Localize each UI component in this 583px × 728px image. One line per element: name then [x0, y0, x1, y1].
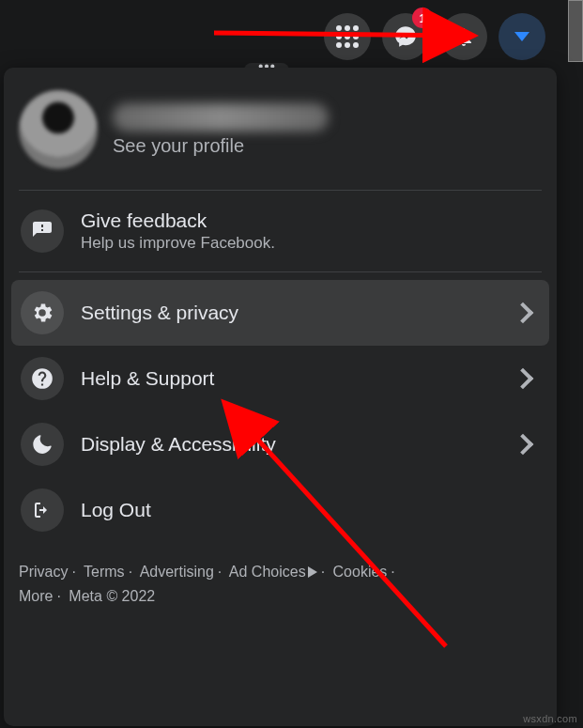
footer-ad-choices[interactable]: Ad Choices — [229, 564, 317, 580]
logout-label: Log Out — [81, 499, 540, 521]
logout-item[interactable]: Log Out — [11, 477, 549, 543]
see-profile-label: See your profile — [113, 135, 329, 157]
help-label: Help & Support — [81, 367, 499, 390]
footer-privacy[interactable]: Privacy — [19, 564, 68, 580]
feedback-subtitle: Help us improve Facebook. — [81, 234, 540, 253]
footer-advertising[interactable]: Advertising — [140, 564, 214, 580]
footer-more[interactable]: More — [19, 588, 53, 604]
chevron-right-icon — [513, 368, 534, 390]
footer-meta: Meta © 2022 — [69, 588, 155, 604]
notifications-button[interactable] — [440, 13, 487, 60]
give-feedback-item[interactable]: Give feedback Help us improve Facebook. — [11, 198, 549, 264]
feedback-icon — [21, 209, 64, 253]
help-icon — [21, 357, 64, 400]
account-dropdown-panel: See your profile Give feedback Help us i… — [4, 68, 557, 726]
chevron-right-icon — [513, 302, 534, 324]
top-nav: 1 — [324, 13, 545, 60]
settings-privacy-item[interactable]: Settings & privacy — [11, 280, 549, 346]
help-support-item[interactable]: Help & Support — [11, 346, 549, 411]
logout-icon — [21, 488, 64, 532]
chevron-right-icon — [513, 434, 534, 456]
adchoices-icon — [308, 566, 317, 578]
profile-name-redacted — [113, 103, 329, 132]
watermark: wsxdn.com — [523, 713, 577, 724]
profile-texts: See your profile — [113, 103, 329, 157]
moon-icon — [21, 423, 64, 466]
account-menu-button[interactable] — [499, 13, 545, 60]
display-accessibility-item[interactable]: Display & Accessibility — [11, 411, 549, 477]
gear-icon — [21, 291, 64, 334]
menu-button[interactable] — [324, 13, 371, 60]
feedback-title: Give feedback — [81, 209, 540, 232]
window-scrollbar[interactable] — [568, 0, 583, 62]
messenger-icon — [393, 24, 418, 49]
settings-label: Settings & privacy — [81, 302, 499, 324]
avatar — [19, 90, 98, 169]
display-label: Display & Accessibility — [81, 433, 499, 456]
messenger-button[interactable]: 1 — [382, 13, 429, 60]
footer-links: Privacy· Terms· Advertising· Ad Choices·… — [4, 550, 557, 615]
bell-icon — [453, 25, 475, 48]
profile-row[interactable]: See your profile — [4, 77, 557, 190]
caret-down-icon — [514, 32, 529, 41]
apps-grid-icon — [336, 25, 359, 48]
messenger-badge: 1 — [412, 8, 433, 28]
footer-cookies[interactable]: Cookies — [333, 564, 388, 580]
footer-terms[interactable]: Terms — [84, 564, 125, 580]
